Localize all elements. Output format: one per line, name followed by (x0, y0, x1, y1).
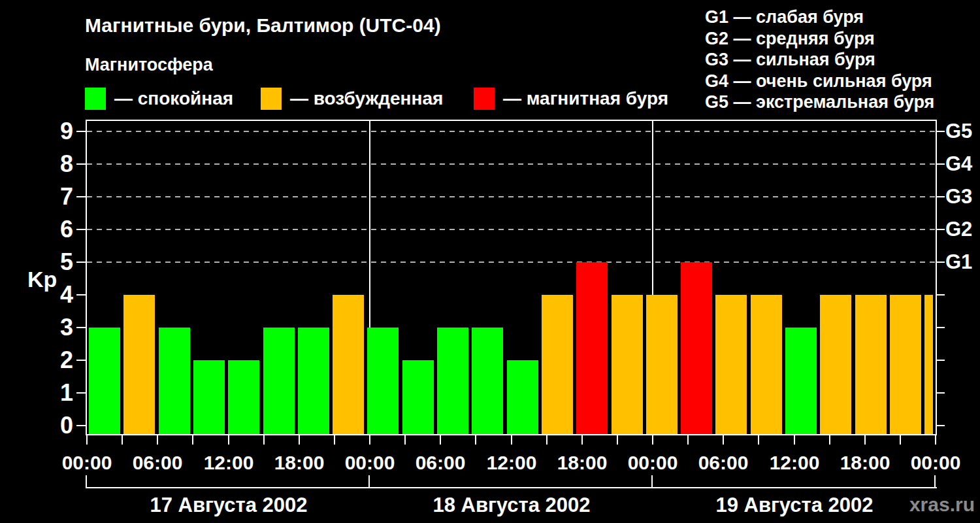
y-axis-tick-label: 5 (26, 250, 73, 275)
kp-bar (855, 295, 887, 434)
kp-bar (890, 295, 921, 434)
date-label: 18 Августа 2002 (374, 494, 649, 517)
right-axis-tick (936, 360, 945, 361)
kp-bar (89, 328, 120, 434)
magnetosphere-subtitle: Магнитосфера (85, 55, 213, 75)
right-axis-tick (936, 392, 945, 394)
y-axis-tick-label: 1 (26, 380, 73, 405)
kp-bar (785, 328, 817, 434)
right-axis-tick (936, 327, 945, 328)
g-level-label: G5 (945, 120, 972, 143)
y-axis-tick-label: 7 (26, 184, 73, 209)
y-axis-tick (76, 196, 86, 197)
date-label: 19 Августа 2002 (657, 494, 932, 517)
kp-bar (576, 262, 608, 434)
storm-scale-g4: G4 — очень сильная буря (705, 71, 934, 92)
x-axis-tick (864, 435, 866, 445)
date-bracket-tick (86, 475, 87, 488)
gridline-kp6 (87, 229, 936, 230)
x-axis-tick (263, 435, 265, 445)
kp-bar (333, 295, 364, 434)
kp-bar (193, 360, 225, 434)
y-axis-tick-label: 0 (26, 413, 73, 438)
kp-bar (542, 295, 573, 434)
x-axis-tick (687, 435, 689, 445)
x-axis-tick (228, 435, 229, 445)
kp-bar (367, 328, 399, 434)
x-axis-tick (758, 435, 759, 445)
g-level-label: G4 (945, 153, 972, 175)
x-axis-tick (299, 435, 300, 445)
x-axis-tick (369, 435, 370, 445)
chart-title: Магнитные бури, Балтимор (UTC-04) (85, 14, 441, 37)
right-axis-tick (936, 294, 945, 295)
y-axis-tick-label: 4 (26, 282, 73, 307)
date-bracket-tick (368, 475, 370, 488)
right-axis-tick (936, 425, 945, 426)
x-axis-tick (723, 435, 724, 445)
y-axis-tick (76, 163, 86, 165)
legend-label-storm: — магнитная буря (503, 88, 668, 109)
plot-area (86, 120, 937, 435)
date-bracket-tick (934, 475, 936, 488)
right-axis-tick (936, 163, 945, 165)
quiet-swatch-icon (85, 88, 106, 110)
storm-scale-g3: G3 — сильная буря (705, 49, 934, 71)
y-axis-tick (76, 392, 86, 394)
date-bracket (86, 487, 937, 488)
y-axis-tick-label: 3 (26, 315, 73, 340)
kp-bar (472, 328, 503, 434)
x-axis-tick (829, 435, 830, 445)
y-axis-tick (76, 327, 86, 328)
gridline-kp9 (87, 131, 936, 132)
kp-bar (437, 328, 468, 434)
kp-bar (751, 295, 782, 434)
y-axis-tick (76, 425, 86, 426)
kp-bar (159, 328, 190, 434)
kp-bar (228, 360, 259, 434)
g-level-label: G1 (945, 251, 972, 273)
x-axis-tick-label: 00:00 (893, 452, 978, 474)
x-axis-tick (546, 435, 547, 445)
y-axis-tick-label: 9 (26, 119, 73, 144)
g-level-label: G3 (945, 186, 972, 208)
date-bracket-tick (651, 475, 653, 488)
watermark: xras.ru (909, 494, 975, 516)
y-axis-tick (76, 262, 86, 263)
y-axis-tick-label: 8 (26, 152, 73, 177)
excited-swatch-icon (261, 88, 282, 110)
g-level-label: G2 (945, 218, 972, 241)
y-axis-tick (76, 294, 86, 295)
x-axis-tick (900, 435, 901, 445)
x-axis-tick (404, 435, 406, 445)
storm-scale-g5: G5 — экстремальная буря (705, 92, 934, 113)
legend-item-quiet: — спокойная (85, 87, 233, 110)
x-axis-tick (86, 435, 88, 445)
kp-bar (646, 295, 678, 434)
x-axis-tick (122, 435, 123, 445)
x-axis-tick (617, 435, 618, 445)
storm-scale-g1: G1 — слабая буря (705, 7, 934, 28)
x-axis-tick (794, 435, 795, 445)
x-axis-tick (581, 435, 583, 445)
legend-item-excited: — возбужденная (261, 87, 443, 110)
x-axis-tick (475, 435, 476, 445)
x-axis-tick (511, 435, 512, 445)
x-axis-tick (334, 435, 335, 445)
storm-scale-g2: G2 — средняя буря (705, 28, 934, 50)
gridline-kp5 (87, 262, 936, 263)
x-axis-tick (440, 435, 441, 445)
x-axis-tick (935, 435, 936, 445)
gridline-kp8 (87, 163, 936, 165)
gridline-kp7 (87, 196, 936, 197)
y-axis-tick (76, 131, 86, 132)
x-axis-tick (192, 435, 193, 445)
kp-bar (123, 295, 155, 434)
right-axis-tick (936, 229, 945, 230)
legend-label-quiet: — спокойная (114, 88, 233, 109)
magnetic-storm-chart: Магнитные бури, Балтимор (UTC-04) Магнит… (0, 0, 980, 523)
kp-bar (924, 295, 933, 434)
kp-bar (681, 262, 712, 434)
kp-bar (507, 360, 538, 434)
kp-bar (612, 295, 643, 434)
